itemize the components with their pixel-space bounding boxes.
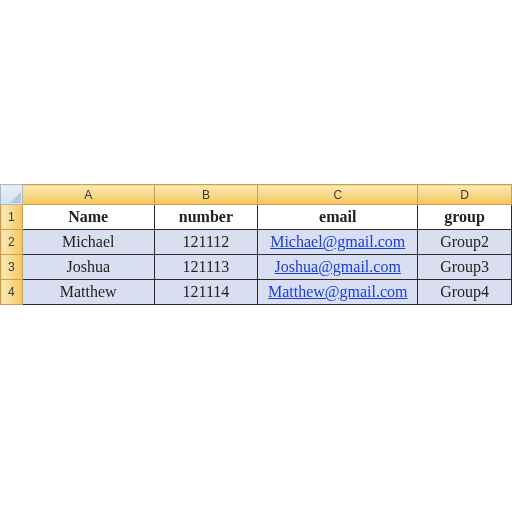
row-header-3[interactable]: 3 bbox=[1, 255, 23, 280]
column-header-A[interactable]: A bbox=[22, 185, 154, 205]
cell-A4[interactable]: Matthew bbox=[22, 280, 154, 305]
row-header-1[interactable]: 1 bbox=[1, 205, 23, 230]
spreadsheet[interactable]: A B C D 1 Name number email group 2 Mich… bbox=[0, 184, 512, 305]
svg-marker-0 bbox=[10, 192, 21, 203]
table-row: 4 Matthew 121114 Matthew@gmail.com Group… bbox=[1, 280, 512, 305]
email-link[interactable]: Michael@gmail.com bbox=[270, 233, 405, 250]
cell-B1[interactable]: number bbox=[154, 205, 258, 230]
spreadsheet-grid[interactable]: A B C D 1 Name number email group 2 Mich… bbox=[0, 184, 512, 305]
column-header-C[interactable]: C bbox=[258, 185, 418, 205]
table-row: 1 Name number email group bbox=[1, 205, 512, 230]
column-header-B[interactable]: B bbox=[154, 185, 258, 205]
cell-B4[interactable]: 121114 bbox=[154, 280, 258, 305]
select-all-corner[interactable] bbox=[1, 185, 23, 205]
email-link[interactable]: Joshua@gmail.com bbox=[275, 258, 401, 275]
cell-A3[interactable]: Joshua bbox=[22, 255, 154, 280]
cell-B3[interactable]: 121113 bbox=[154, 255, 258, 280]
cell-C4[interactable]: Matthew@gmail.com bbox=[258, 280, 418, 305]
cell-C2[interactable]: Michael@gmail.com bbox=[258, 230, 418, 255]
cell-D4[interactable]: Group4 bbox=[418, 280, 512, 305]
table-row: 3 Joshua 121113 Joshua@gmail.com Group3 bbox=[1, 255, 512, 280]
cell-C3[interactable]: Joshua@gmail.com bbox=[258, 255, 418, 280]
cell-D3[interactable]: Group3 bbox=[418, 255, 512, 280]
column-header-D[interactable]: D bbox=[418, 185, 512, 205]
row-header-2[interactable]: 2 bbox=[1, 230, 23, 255]
cell-B2[interactable]: 121112 bbox=[154, 230, 258, 255]
table-row: 2 Michael 121112 Michael@gmail.com Group… bbox=[1, 230, 512, 255]
cell-D1[interactable]: group bbox=[418, 205, 512, 230]
email-link[interactable]: Matthew@gmail.com bbox=[268, 283, 408, 300]
cell-A1[interactable]: Name bbox=[22, 205, 154, 230]
row-header-4[interactable]: 4 bbox=[1, 280, 23, 305]
cell-D2[interactable]: Group2 bbox=[418, 230, 512, 255]
cell-A2[interactable]: Michael bbox=[22, 230, 154, 255]
select-all-triangle-icon bbox=[10, 192, 21, 203]
cell-C1[interactable]: email bbox=[258, 205, 418, 230]
